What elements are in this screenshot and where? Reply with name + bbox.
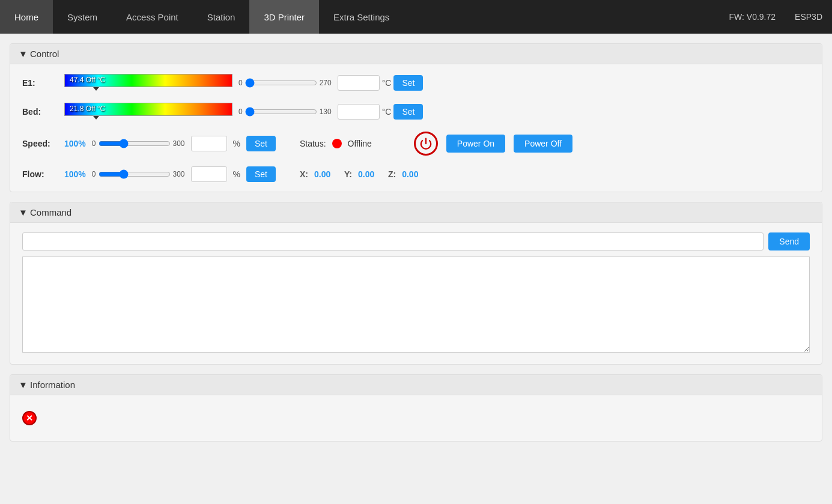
info-error-row: ✕ xyxy=(22,405,810,431)
bed-label: Bed: xyxy=(22,107,58,117)
bed-row: Bed: 21.8 Off °C 0 130 0 °C Set xyxy=(22,103,810,121)
command-panel: ▼ Command Send xyxy=(10,202,822,365)
nav-extra-settings[interactable]: Extra Settings xyxy=(319,0,404,34)
speed-input[interactable]: 100 xyxy=(191,136,227,151)
speed-set-button[interactable]: Set xyxy=(246,136,276,151)
command-body: Send xyxy=(10,223,822,364)
power-icon[interactable] xyxy=(414,132,438,156)
status-dot xyxy=(332,139,342,148)
bed-input-wrap: 0 °C Set xyxy=(338,104,424,120)
bed-slider-max: 130 xyxy=(320,108,332,116)
flow-pct-label: 100% xyxy=(64,169,86,179)
bed-unit: °C xyxy=(382,107,392,117)
flow-row: Flow: 100% 0 300 100 % Set X: 0.00 Y: 0.… xyxy=(22,166,810,182)
error-icon: ✕ xyxy=(22,411,37,425)
bed-slider-min: 0 xyxy=(238,108,243,116)
bed-set-button[interactable]: Set xyxy=(393,104,423,120)
terminal-output[interactable] xyxy=(22,257,810,353)
flow-set-button[interactable]: Set xyxy=(246,166,276,182)
e1-row: E1: 47.4 Off °C 0 270 0 °C Set xyxy=(22,74,810,92)
speed-unit: % xyxy=(233,139,240,148)
information-panel: ▼ Information ✕ xyxy=(10,374,822,442)
nav-station[interactable]: Station xyxy=(193,0,250,34)
e1-slider-min: 0 xyxy=(238,79,243,87)
power-on-button[interactable]: Power On xyxy=(446,135,505,153)
e1-temp-input[interactable]: 0 xyxy=(338,75,380,91)
speed-label: Speed: xyxy=(22,139,58,148)
e1-temp-indicator xyxy=(93,87,99,91)
speed-slider[interactable] xyxy=(99,139,171,148)
power-off-button[interactable]: Power Off xyxy=(514,135,572,153)
bed-temp-input[interactable]: 0 xyxy=(338,104,380,120)
nav-home[interactable]: Home xyxy=(0,0,53,34)
x-val: 0.00 xyxy=(314,169,338,179)
bed-temp-bar-container: 21.8 Off °C xyxy=(64,103,232,121)
z-val: 0.00 xyxy=(402,169,426,179)
control-header: ▼ Control xyxy=(10,44,822,64)
e1-unit: °C xyxy=(382,78,392,88)
e1-temp-bar-top: 47.4 Off °C xyxy=(64,74,232,87)
bed-slider-section: 0 130 xyxy=(238,107,332,117)
flow-slider-min: 0 xyxy=(92,170,96,178)
brand: ESP3D xyxy=(785,0,832,34)
e1-slider[interactable] xyxy=(245,78,317,88)
bed-slider[interactable] xyxy=(245,107,317,117)
control-body: E1: 47.4 Off °C 0 270 0 °C Set xyxy=(10,64,822,192)
e1-set-button[interactable]: Set xyxy=(393,75,423,91)
e1-label: E1: xyxy=(22,78,58,88)
e1-temp-label: 47.4 Off °C xyxy=(70,76,105,84)
nav-3d-printer[interactable]: 3D Printer xyxy=(249,0,319,34)
z-label: Z: xyxy=(388,169,396,179)
speed-row: Speed: 100% 0 300 100 % Set Status: Offl… xyxy=(22,132,810,156)
bed-temp-indicator xyxy=(93,116,99,120)
fw-version: FW: V0.9.72 xyxy=(720,0,786,34)
control-panel: ▼ Control E1: 47.4 Off °C 0 270 0 xyxy=(10,43,822,192)
speed-range-wrap: 0 300 xyxy=(92,139,185,148)
status-text: Offline xyxy=(348,139,372,148)
nav-system[interactable]: System xyxy=(53,0,112,34)
y-label: Y: xyxy=(344,169,352,179)
speed-pct-label: 100% xyxy=(64,139,86,148)
flow-range-wrap: 0 300 xyxy=(92,169,185,179)
speed-slider-max: 300 xyxy=(173,139,185,148)
e1-input-wrap: 0 °C Set xyxy=(338,75,424,91)
y-val: 0.00 xyxy=(358,169,382,179)
e1-slider-max: 270 xyxy=(320,79,332,87)
flow-slider-max: 300 xyxy=(173,170,185,178)
status-label: Status: xyxy=(300,139,326,148)
send-button[interactable]: Send xyxy=(768,232,810,250)
command-input-row: Send xyxy=(22,232,810,250)
flow-unit: % xyxy=(233,169,240,179)
flow-input[interactable]: 100 xyxy=(191,166,227,182)
e1-slider-section: 0 270 xyxy=(238,78,332,88)
information-header: ▼ Information xyxy=(10,375,822,395)
navbar: Home System Access Point Station 3D Prin… xyxy=(0,0,832,34)
e1-temp-bar-container: 47.4 Off °C xyxy=(64,74,232,92)
x-label: X: xyxy=(300,169,308,179)
information-body: ✕ xyxy=(10,395,822,441)
e1-temp-bar: 47.4 Off °C xyxy=(64,74,232,87)
bed-temp-bar-top: 21.8 Off °C xyxy=(64,103,232,116)
command-input[interactable] xyxy=(22,232,764,250)
flow-slider[interactable] xyxy=(99,169,171,179)
command-header: ▼ Command xyxy=(10,202,822,223)
speed-slider-min: 0 xyxy=(92,139,96,148)
nav-access-point[interactable]: Access Point xyxy=(112,0,193,34)
bed-temp-label: 21.8 Off °C xyxy=(70,105,105,113)
flow-label: Flow: xyxy=(22,169,58,179)
bed-temp-bar: 21.8 Off °C xyxy=(64,103,232,116)
